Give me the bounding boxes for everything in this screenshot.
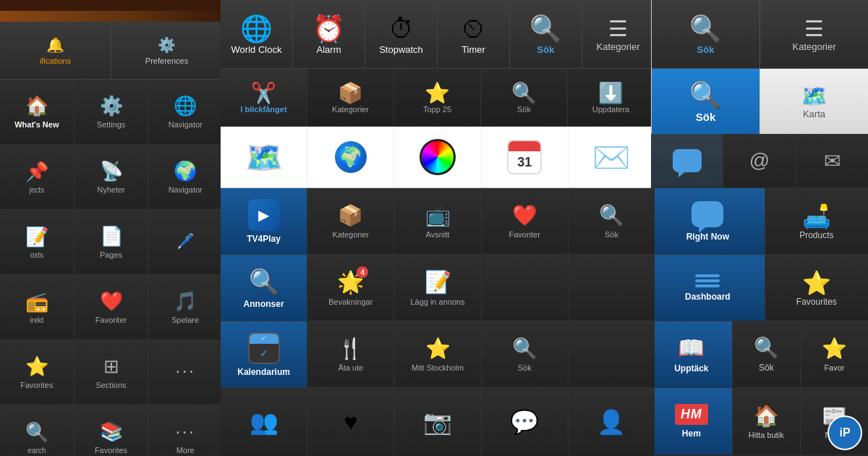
settings-icon: ⚙️: [100, 95, 123, 117]
right-row-2: Right Now 🛋️ Products: [651, 188, 868, 255]
navigator-button[interactable]: 🌐 Navigator: [148, 80, 223, 144]
pages2-button[interactable]: 🖊️: [148, 210, 223, 274]
right-row-4: 📖 Upptäck 🔍 Sök ⭐ Favor: [651, 321, 868, 388]
people-button[interactable]: 👥: [221, 388, 307, 456]
world-clock-button[interactable]: 🌐 World Clock: [221, 0, 293, 68]
right-now-button[interactable]: Right Now: [651, 188, 765, 254]
projects-button[interactable]: 📌 jects: [0, 145, 75, 209]
navigator-icon: 🌐: [174, 95, 197, 117]
kategorier-clock-button[interactable]: ☰ Kategorier: [582, 0, 655, 68]
message-rc-button[interactable]: [651, 134, 723, 187]
camera-button[interactable]: 📷: [394, 388, 481, 456]
hem-logo-text: HM: [681, 407, 702, 421]
calendar-app-button[interactable]: 31: [482, 127, 569, 187]
kategorier2-icon: 📦: [338, 81, 363, 105]
ip-logo: iP: [827, 415, 862, 450]
favorites2-button[interactable]: 📚 Favorites: [75, 405, 149, 456]
sok4-button[interactable]: 🔍 Sök: [482, 321, 568, 387]
sok5-icon: 🔍: [754, 336, 779, 360]
direkt-button[interactable]: 📻 irekt: [0, 275, 75, 339]
dashboard-button[interactable]: Dashboard: [651, 255, 765, 321]
maps-app-button[interactable]: 🗺️: [221, 127, 307, 187]
mail-app-button[interactable]: ✉️: [569, 127, 655, 187]
left-row-2: 📌 jects 📡 Nyheter 🌍 Navigator: [0, 145, 223, 210]
more2-button[interactable]: ··· More: [148, 405, 223, 456]
avsnitt-button[interactable]: 📺 Avsnitt: [394, 188, 481, 254]
right-kategorier-top[interactable]: ☰ Kategorier: [760, 0, 868, 68]
sok5-button[interactable]: 🔍 Sök: [733, 321, 801, 387]
lagg-in-annons-button[interactable]: 📝 Lägg in annons: [394, 255, 480, 321]
pages-button[interactable]: 📄 Pages: [75, 210, 149, 274]
products-button[interactable]: 🛋️ Products: [765, 188, 868, 254]
dashboard-icon: [695, 274, 720, 287]
hem-button[interactable]: HM Hem: [651, 388, 733, 455]
ata-ute-button[interactable]: 🍴 Äta ute: [307, 321, 394, 387]
mitt-stockholm-button[interactable]: ⭐ Mitt Stockholm: [394, 321, 481, 387]
world-clock-icon: 🌐: [240, 14, 273, 44]
heart-bottom-button[interactable]: ♥: [307, 388, 394, 456]
kalendarium-button[interactable]: ✓ ✓ Kalendarium: [221, 321, 307, 387]
colorwheel-app-button[interactable]: [394, 127, 481, 187]
sok2-button[interactable]: 🔍 Sök: [481, 69, 568, 126]
heart-icon: ❤️: [100, 290, 123, 313]
search-left-button[interactable]: 🔍 earch: [0, 405, 75, 456]
kategorier3-button[interactable]: 📦 Kategorier: [307, 188, 394, 254]
sok3-button[interactable]: 🔍 Sök: [569, 188, 655, 254]
right-sok-top[interactable]: 🔍 Sök: [652, 0, 760, 68]
app-icons-row: 🗺️ 🌍 31 ✉️: [221, 127, 655, 188]
nyheter-button[interactable]: 📡 Nyheter: [75, 145, 149, 209]
tv4play-row: ▶ TV4Play 📦 Kategorier 📺 Avsnitt ❤️ Favo…: [221, 188, 655, 255]
dots-icon: ···: [175, 360, 195, 382]
posts-button[interactable]: 📝 osts: [0, 210, 75, 274]
spelare-button[interactable]: 🎵 Spelare: [148, 275, 223, 339]
kategorier2-label: Kategorier: [332, 105, 369, 114]
at-rc-button[interactable]: @: [723, 134, 796, 187]
lagg-icon: 📝: [425, 269, 451, 295]
mail-rc-button[interactable]: ✉: [796, 134, 868, 187]
tv4play-button[interactable]: ▶ TV4Play: [221, 188, 307, 254]
avsnitt-icon: 📺: [425, 203, 451, 227]
hitta-butik-button[interactable]: 🏠 Hitta butik: [733, 388, 801, 455]
navigator2-button[interactable]: 🌍 Navigator: [148, 145, 223, 209]
timer-button[interactable]: ⏲ Timer: [438, 0, 510, 68]
karta-button[interactable]: 🗺️ Karta: [760, 69, 868, 134]
favourites-rc-button[interactable]: ⭐ Favourites: [765, 255, 868, 321]
favoriter-button[interactable]: ❤️ Favoriter: [75, 275, 149, 339]
globe-app-button[interactable]: 🌍: [307, 127, 394, 187]
chat-button[interactable]: 💬: [482, 388, 569, 456]
annonser-button[interactable]: 🔍 Annonser: [221, 255, 307, 321]
favor-r-button[interactable]: ⭐ Favor: [801, 321, 868, 387]
uppdatera-button[interactable]: ⬇️ Uppdatera: [568, 69, 655, 126]
right-kat-icon: ☰: [804, 16, 824, 41]
heart-bottom-icon: ♥: [344, 409, 357, 436]
sections-button[interactable]: ⊞ Sections: [75, 340, 149, 405]
i-blickfanget-button[interactable]: ✂️ I blickfånget: [221, 69, 307, 126]
whats-new-button[interactable]: 🏠 What's New: [0, 80, 75, 144]
bevakningar-label: Bevakningar: [328, 297, 373, 306]
empty-kal-1[interactable]: [568, 321, 655, 387]
upptack-button[interactable]: 📖 Upptäck: [651, 321, 733, 387]
ata-ute-icon: 🍴: [338, 337, 363, 360]
kategorier2-button[interactable]: 📦 Kategorier: [307, 69, 394, 126]
hitta-label: Hitta butik: [749, 431, 784, 439]
bevakningar-button[interactable]: 🌟 4 Bevakningar: [307, 255, 394, 321]
right-search-top-label: Sök: [697, 44, 715, 55]
sok-clock-button[interactable]: 🔍 Sök: [510, 0, 582, 68]
empty-annonser-1[interactable]: [481, 255, 568, 321]
mail-app-icon: ✉️: [592, 140, 630, 175]
favorites-left-button[interactable]: ⭐ Favorites: [0, 340, 75, 405]
topp25-button[interactable]: ⭐ Topp 25: [394, 69, 481, 126]
notifications-button[interactable]: 🔔 ifications: [0, 22, 111, 79]
sok-button[interactable]: 🔍 Sök: [652, 69, 760, 134]
stopwatch-button[interactable]: ⏱ Stopwatch: [365, 0, 438, 68]
products-label: Products: [799, 230, 833, 240]
preferences-button[interactable]: ⚙️ Preferences: [111, 22, 223, 79]
favoriter3-button[interactable]: ❤️ Favoriter: [482, 188, 569, 254]
contacts-button[interactable]: 👤: [569, 388, 655, 456]
alarm-button[interactable]: ⏰ Alarm: [293, 0, 365, 68]
settings-button[interactable]: ⚙️ Settings: [75, 80, 149, 144]
right-row-3: Dashboard ⭐ Favourites: [651, 255, 868, 321]
more-left-button[interactable]: ···: [148, 340, 223, 405]
kategorier3-label: Kategorier: [332, 230, 369, 239]
empty-annonser-2[interactable]: [568, 255, 655, 321]
